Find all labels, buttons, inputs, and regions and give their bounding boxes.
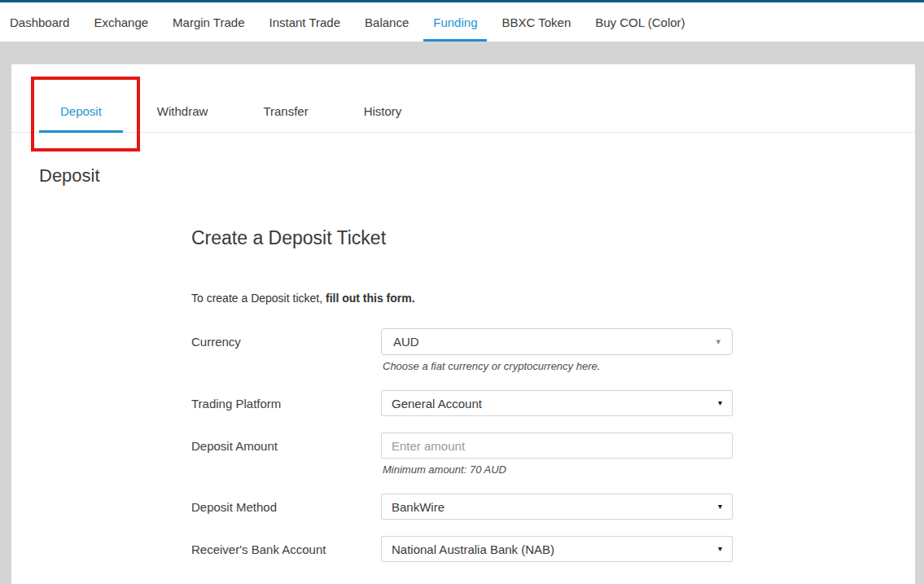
deposit-form: Create a Deposit Ticket To create a Depo…	[191, 227, 915, 563]
deposit-amount-label: Deposit Amount	[191, 433, 381, 476]
deposit-amount-input[interactable]	[381, 433, 733, 459]
nav-item-exchange[interactable]: Exchange	[94, 2, 148, 42]
trading-platform-row: Trading Platform General Account ▾	[191, 390, 915, 417]
trading-platform-select-value: General Account	[392, 397, 482, 411]
caret-down-icon: ▾	[716, 337, 720, 346]
form-intro-normal: To create a Deposit ticket,	[191, 292, 326, 305]
form-title: Create a Deposit Ticket	[191, 227, 915, 249]
receiver-bank-row: Receiver's Bank Account National Austral…	[191, 536, 915, 563]
page-title: Deposit	[39, 165, 915, 187]
deposit-amount-helper-text: Minimum amount: 70 AUD	[381, 463, 733, 476]
deposit-method-select-value: BankWire	[392, 500, 444, 514]
currency-helper-text: Choose a fiat currency or cryptocurrency…	[381, 360, 733, 372]
tab-history[interactable]: History	[343, 94, 423, 132]
deposit-amount-row: Deposit Amount Minimum amount: 70 AUD	[191, 433, 915, 476]
nav-item-balance[interactable]: Balance	[365, 2, 409, 42]
nav-item-buy-col[interactable]: Buy COL (Color)	[595, 2, 685, 42]
nav-item-dashboard[interactable]: Dashboard	[10, 2, 69, 42]
currency-row: Currency AUD ▾ Choose a fiat currency or…	[191, 328, 915, 372]
nav-item-instant-trade[interactable]: Instant Trade	[269, 2, 340, 42]
currency-select[interactable]: AUD ▾	[381, 328, 733, 355]
receiver-bank-select-value: National Australia Bank (NAB)	[392, 542, 554, 556]
deposit-method-label: Deposit Method	[191, 494, 381, 520]
funding-tabs: Deposit Withdraw Transfer History	[11, 64, 915, 133]
trading-platform-label: Trading Platform	[191, 390, 381, 417]
deposit-method-select[interactable]: BankWire ▾	[381, 494, 733, 520]
caret-down-icon: ▾	[718, 399, 722, 407]
content-card: Deposit Withdraw Transfer History Deposi…	[11, 64, 915, 584]
top-navigation: Dashboard Exchange Margin Trade Instant …	[0, 0, 924, 42]
deposit-method-row: Deposit Method BankWire ▾	[191, 494, 915, 520]
currency-select-value: AUD	[393, 335, 419, 349]
tab-withdraw[interactable]: Withdraw	[136, 94, 230, 132]
nav-item-bbxc-token[interactable]: BBXC Token	[501, 2, 571, 42]
nav-item-margin-trade[interactable]: Margin Trade	[173, 2, 244, 42]
form-intro: To create a Deposit ticket, fill out thi…	[191, 292, 915, 305]
tab-deposit[interactable]: Deposit	[39, 94, 123, 132]
nav-item-funding[interactable]: Funding	[433, 2, 477, 42]
receiver-bank-select[interactable]: National Australia Bank (NAB) ▾	[381, 536, 733, 562]
form-intro-bold: fill out this form.	[326, 292, 415, 305]
caret-down-icon: ▾	[718, 545, 722, 553]
tab-transfer[interactable]: Transfer	[242, 94, 329, 132]
receiver-bank-label: Receiver's Bank Account	[191, 536, 381, 563]
currency-label: Currency	[191, 328, 381, 372]
caret-down-icon: ▾	[718, 503, 722, 511]
trading-platform-select[interactable]: General Account ▾	[381, 390, 733, 416]
